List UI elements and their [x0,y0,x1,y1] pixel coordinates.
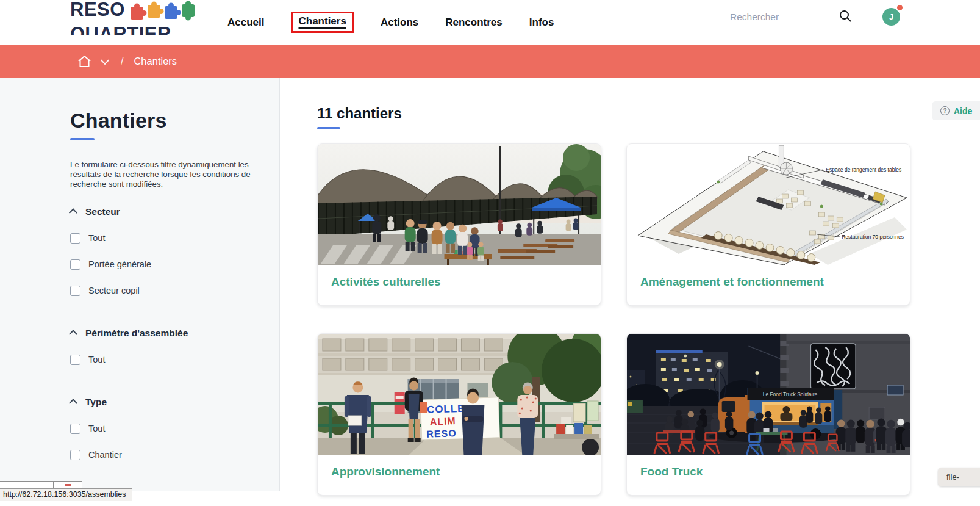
nav-item-infos[interactable]: Infos [529,16,554,29]
filter-option[interactable]: Portée générale [70,259,279,270]
search-input[interactable] [729,11,829,23]
card-title[interactable]: Aménagement et fonctionnement [640,275,896,289]
svg-text:ALIM: ALIM [429,416,456,427]
filter-option[interactable]: Tout [70,424,279,434]
checkbox[interactable] [70,233,80,244]
nav-item-rencontres[interactable]: Rencontres [445,16,503,29]
filters-description: Le formulaire ci-dessous filtre dynamiqu… [70,160,254,189]
nav-item-actions[interactable]: Actions [381,16,418,29]
filter-section-secteur: Secteur Tout Portée générale Secteur cop… [70,206,279,296]
svg-text:Restauration 70 personnes: Restauration 70 personnes [842,234,904,240]
nav-item-chantiers[interactable]: Chantiers [291,12,353,33]
logo-text-line1: RESO [70,1,125,18]
card-title[interactable]: Approvisionnement [331,465,587,479]
notification-dot [896,4,904,12]
checkbox[interactable] [70,259,80,270]
card-title[interactable]: Activités culturelles [331,275,587,289]
svg-text:RESO: RESO [426,428,457,439]
card-image-approvisionnement: COLLE ALIM RESO [318,334,601,455]
filter-section-toggle[interactable]: Périmètre d'assemblée [70,328,279,339]
results-underline [317,127,340,129]
search-icon[interactable] [837,8,854,25]
svg-text:Espace de rangement des tables: Espace de rangement des tables [826,167,901,173]
filters-sidebar: Chantiers Le formulaire ci-dessous filtr… [0,78,280,491]
card-amenagement[interactable]: Espace de rangement des tables Restaurat… [626,143,910,306]
results-heading: 11 chantiers [317,105,402,129]
filter-option[interactable]: Secteur copil [70,286,279,296]
title-underline [70,138,95,140]
chevron-up-icon [69,399,77,407]
chevron-up-icon [69,330,77,338]
site-logo[interactable]: RESO QUARTIER [70,1,198,35]
logo-text-line2: QUARTIER [70,24,198,35]
filter-option[interactable]: Tout [70,355,279,365]
main-nav: Accueil Chantiers Actions Rencontres Inf… [227,0,554,45]
breadcrumb: / Chantiers [0,45,980,78]
header-divider [865,5,865,29]
checkbox[interactable] [70,424,80,434]
filter-section-toggle[interactable]: Secteur [70,206,279,217]
filter-section-type: Type Tout Chantier [70,397,279,460]
chantiers-grid: Activités culturelles [317,143,909,496]
chevron-down-icon[interactable] [101,56,109,64]
card-title[interactable]: Food Truck [640,465,896,479]
checkbox[interactable] [70,450,80,460]
top-navigation-bar: RESO QUARTIER Accueil Chantiers [0,0,980,45]
filter-section-toggle[interactable]: Type [70,397,279,408]
filter-option[interactable]: Chantier [70,450,279,460]
filter-option[interactable]: Tout [70,233,279,244]
card-activites-culturelles[interactable]: Activités culturelles [317,143,601,306]
filter-section-perimetre: Périmètre d'assemblée Tout [70,328,279,365]
card-approvisionnement[interactable]: COLLE ALIM RESO [317,333,601,496]
puzzle-pieces-icon [129,1,198,24]
chevron-up-icon [69,208,77,217]
help-button[interactable]: ? Aide [932,101,980,120]
home-icon[interactable] [77,55,91,68]
results-count: 11 chantiers [317,105,402,122]
checkbox[interactable] [70,355,80,365]
page: RESO QUARTIER Accueil Chantiers [0,0,980,506]
breadcrumb-separator: / [121,56,123,67]
card-image-amenagement: Espace de rangement des tables Restaurat… [627,144,910,265]
question-circle-icon: ? [940,106,950,115]
breadcrumb-current: Chantiers [134,56,177,67]
status-bar-url: http://62.72.18.156:3035/assemblies [0,488,132,501]
card-image-activites [318,144,601,265]
file-tooltip: file- [938,468,980,486]
card-food-truck[interactable]: Le Food Truck Solidaire [626,333,910,496]
page-title: Chantiers [70,109,279,132]
svg-text:COLLE: COLLE [427,403,465,416]
content-area: Chantiers Le formulaire ci-dessous filtr… [0,78,980,506]
svg-text:Le Food Truck Solidaire: Le Food Truck Solidaire [763,391,818,397]
nav-item-accueil[interactable]: Accueil [227,16,264,29]
card-image-food-truck: Le Food Truck Solidaire [627,334,910,455]
checkbox[interactable] [70,286,80,296]
